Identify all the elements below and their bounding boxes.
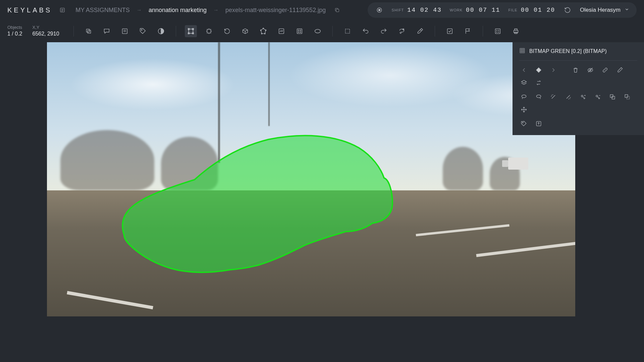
layers-icon[interactable]	[519, 78, 529, 87]
current-object-icon[interactable]	[534, 65, 543, 75]
app-header: KEYLABS MY ASSIGNMENTS → annonation mark…	[0, 0, 644, 20]
polyline-tool-icon[interactable]	[275, 25, 287, 37]
divider	[435, 26, 435, 37]
objects-value: 1 / 0.2	[7, 31, 22, 38]
panel-toolbar-row-2	[519, 92, 637, 114]
rotate-tool-icon[interactable]	[221, 25, 233, 37]
refresh-icon[interactable]	[563, 6, 572, 14]
comment-tool-icon[interactable]	[101, 25, 113, 37]
tag-tool-icon[interactable]	[137, 25, 149, 37]
list-tool-icon[interactable]	[119, 25, 131, 37]
svg-point-12	[141, 29, 142, 31]
svg-rect-9	[122, 29, 127, 34]
objects-stat: Objects 1 / 0.2	[7, 25, 22, 38]
ellipse-tool-icon[interactable]	[312, 25, 324, 37]
merge-icon[interactable]	[608, 92, 617, 102]
move-icon[interactable]	[519, 105, 529, 114]
magic-subtract-icon[interactable]	[564, 92, 573, 102]
keypoint-tool-icon[interactable]	[293, 25, 306, 37]
utility-pole	[268, 42, 270, 126]
xy-value: 6562, 2910	[32, 31, 59, 38]
bounding-box-tool-icon[interactable]	[185, 25, 197, 37]
print-icon[interactable]	[510, 25, 522, 37]
svg-point-46	[498, 32, 499, 33]
lasso-tool-icon[interactable]	[396, 25, 408, 37]
polygon-tool-icon[interactable]	[257, 25, 269, 37]
lasso-add-icon[interactable]	[519, 92, 529, 102]
svg-rect-73	[627, 96, 629, 99]
svg-rect-4	[336, 9, 339, 12]
svg-marker-25	[261, 28, 266, 34]
svg-rect-72	[625, 95, 628, 97]
save-icon[interactable]	[444, 25, 456, 37]
record-icon[interactable]	[375, 6, 384, 14]
xy-label: X,Y	[32, 25, 59, 31]
work-timer: WORK 00 07 11	[450, 7, 500, 13]
bitmap-icon	[519, 48, 525, 55]
svg-point-43	[496, 30, 497, 31]
svg-marker-58	[522, 80, 527, 83]
export-icon[interactable]	[534, 119, 543, 128]
copy-icon[interactable]	[334, 7, 340, 13]
canvas-area: BITMAP GREEN [0.2] (BITMAP)	[0, 42, 644, 362]
edit-icon[interactable]	[615, 65, 625, 75]
eraser-tool-icon[interactable]	[414, 25, 426, 37]
svg-rect-41	[447, 29, 452, 34]
svg-point-37	[315, 29, 320, 33]
magic-add-icon[interactable]	[549, 92, 558, 102]
svg-rect-32	[297, 29, 302, 34]
shift-value: 14 02 43	[407, 7, 441, 13]
breadcrumb-assignments[interactable]: MY ASSIGNMENTS	[75, 7, 130, 14]
svg-point-62	[584, 98, 585, 99]
hide-icon[interactable]	[586, 65, 595, 75]
work-label: WORK	[450, 8, 463, 12]
file-label: FILE	[508, 8, 517, 12]
select-tool-icon[interactable]	[341, 25, 354, 37]
svg-line-40	[420, 29, 421, 31]
panel-title: BITMAP GREEN [0.2] (BITMAP)	[519, 48, 637, 55]
object-panel: BITMAP GREEN [0.2] (BITMAP)	[513, 42, 644, 135]
tree-blur	[443, 147, 483, 190]
header-right: SHIFT 14 02 43 WORK 00 07 11 FILE 00 01 …	[368, 2, 637, 18]
panel-title-text: BITMAP GREEN [0.2] (BITMAP)	[529, 48, 607, 54]
svg-rect-8	[88, 30, 91, 33]
svg-rect-70	[610, 95, 613, 97]
annotation-mask[interactable]	[101, 121, 436, 282]
toolbar: Objects 1 / 0.2 X,Y 6562, 2910	[0, 20, 644, 42]
svg-point-45	[496, 32, 497, 33]
svg-point-67	[599, 98, 600, 99]
breadcrumb-project[interactable]: annonation marketing	[149, 7, 207, 14]
background-vehicle	[508, 158, 528, 170]
undo-icon[interactable]	[360, 25, 372, 37]
next-object-icon[interactable]	[549, 65, 558, 75]
svg-point-36	[300, 32, 301, 33]
flag-icon[interactable]	[462, 25, 474, 37]
breadcrumb-arrow-icon: →	[213, 7, 219, 13]
subtract-shape-icon[interactable]	[623, 92, 632, 102]
point-add-icon[interactable]	[578, 92, 588, 102]
shift-timer: SHIFT 14 02 43	[392, 7, 442, 13]
clone-tool-icon[interactable]	[83, 25, 95, 37]
svg-point-34	[300, 30, 301, 31]
cuboid-tool-icon[interactable]	[239, 25, 251, 37]
grid-tool-icon[interactable]	[492, 25, 504, 37]
svg-line-68	[597, 97, 598, 98]
lasso-subtract-icon[interactable]	[534, 92, 543, 102]
panel-toolbar-row-1	[519, 65, 637, 87]
point-remove-icon[interactable]	[593, 92, 602, 102]
link-icon[interactable]	[600, 65, 610, 75]
image-viewport[interactable]	[47, 42, 575, 316]
redo-icon[interactable]	[378, 25, 390, 37]
center-tool-icon[interactable]	[203, 25, 215, 37]
contrast-tool-icon[interactable]	[155, 25, 167, 37]
swap-icon[interactable]	[534, 78, 543, 87]
attributes-icon[interactable]	[519, 119, 529, 128]
delete-icon[interactable]	[571, 65, 580, 75]
svg-rect-71	[612, 96, 614, 99]
user-menu[interactable]: Olesia Herasym	[580, 7, 629, 13]
breadcrumb-file[interactable]: pexels-matt-weissinger-11139552.jpg	[225, 7, 326, 14]
svg-point-44	[498, 30, 499, 31]
prev-object-icon[interactable]	[519, 65, 529, 75]
divider	[483, 26, 483, 37]
divider	[519, 60, 637, 61]
